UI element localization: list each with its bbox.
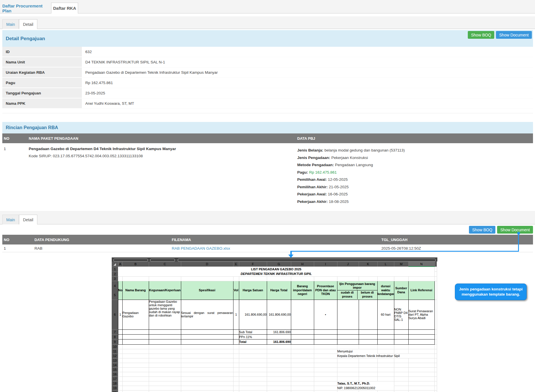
col-nama-paket: NAMA PAKET PENGADAAN bbox=[25, 133, 294, 143]
col-filenama: FILENAMA bbox=[168, 235, 378, 244]
tab-detail-1[interactable]: Detail bbox=[19, 19, 37, 29]
detail-tab-bar-2: Main Detail bbox=[0, 211, 535, 224]
col-data-pendukung: DATA PENDUKUNG bbox=[31, 235, 168, 244]
col-no: NO bbox=[2, 133, 25, 143]
tab-detail-2[interactable]: Detail bbox=[19, 215, 37, 224]
field-value-id: 632 bbox=[82, 47, 533, 57]
tab-detail-1-label: Detail bbox=[23, 22, 33, 27]
sheet-row-empty: 17 bbox=[112, 377, 437, 381]
sheet-column-headers: A B C D E F G H I J K L M N bbox=[112, 261, 437, 267]
kode-sirup: Kode SIRUP: 023.17.05.677554.5742.004.00… bbox=[29, 154, 290, 158]
sheet-subtitle: DEPARTEMEN TEKNIK INFRASTRUKTUR SIPIL bbox=[118, 271, 434, 276]
tab-detail-2-label: Detail bbox=[23, 218, 33, 222]
sheet-row-empty: 16 bbox=[112, 372, 437, 377]
field-value-tanggal: 23-05-2025 bbox=[82, 88, 533, 98]
show-document-button-bottom[interactable]: Show Document bbox=[497, 226, 533, 234]
sheet-row-empty: 20 bbox=[112, 390, 437, 392]
pbj-pekerjaan-awal: Pekerjaan Awal:16-06-2025 bbox=[297, 191, 530, 198]
doc-no: 1 bbox=[2, 244, 31, 252]
tab-daftar-rka-label: Daftar RKA bbox=[53, 6, 76, 11]
table-row: ID632 bbox=[2, 47, 533, 57]
field-value-uraian: Pengadaan Gazebo di Departemen Teknik In… bbox=[82, 67, 533, 77]
annotation-callout: Jenis pengadaan konstruksi tetapi menggu… bbox=[455, 284, 527, 300]
show-boq-button-bottom[interactable]: Show BOQ bbox=[469, 226, 495, 234]
table-row: Tanggal Pengajuan23-05-2025 bbox=[2, 88, 533, 98]
pbj-jenis-belanja: Jenis Belanja:belanja modal gedung dan b… bbox=[297, 147, 530, 154]
data-pbj-cell: Jenis Belanja:belanja modal gedung dan b… bbox=[294, 143, 533, 209]
pbj-pemilihan-awal: Pemilihan Awal:12-05-2025 bbox=[297, 176, 530, 183]
col-data-pbj: DATA PBJ bbox=[294, 133, 533, 143]
pbj-pekerjaan-akhir: Pekerjaan Akhir:18-08-2025 bbox=[297, 198, 530, 205]
sheet-row-menyetujui: 11 Menyetujui bbox=[112, 349, 437, 354]
documents-table: NO DATA PENDUKUNG FILENAMA TGL_UNGGAH 1 … bbox=[2, 235, 533, 252]
sheet-title: LIST PENGADAAN GAZEBO 2025 bbox=[118, 267, 434, 271]
field-label-id: ID bbox=[2, 47, 82, 57]
pbj-pemilihan-akhir: Pemilihan Akhir:21-05-2025 bbox=[297, 183, 530, 191]
pbj-jenis-pengadaan: Jenis Pengadaan:Pekerjaan Konstruksi bbox=[297, 154, 530, 162]
rincian-paket-cell: Pengadaan Gazebo di Departemen D4 Teknik… bbox=[25, 143, 294, 209]
sheet-row-empty: 10 bbox=[112, 344, 437, 349]
sheet-header-row: 45 No Nama Barang Kegunaan/Keperluan Spe… bbox=[112, 281, 437, 300]
tab-main-2-label: Main bbox=[6, 218, 15, 222]
sheet-row-empty: 14 bbox=[112, 363, 437, 367]
detail-pengajuan-panel: Detail Pengajuan Show BOQ Show Document bbox=[2, 30, 533, 47]
show-document-button-top[interactable]: Show Document bbox=[496, 31, 532, 39]
table-row: PaguRp 162.475.861 bbox=[2, 77, 533, 88]
paket-nama: Pengadaan Gazebo di Departemen D4 Teknik… bbox=[29, 147, 290, 151]
show-boq-button-top[interactable]: Show BOQ bbox=[468, 31, 494, 39]
rincian-table: NO NAMA PAKET PENGADAAN DATA PBJ 1 Penga… bbox=[2, 133, 533, 209]
sheet-row-nip: 19 NIP. 198006212005011002 bbox=[112, 386, 437, 390]
sheet-row-jabatan: 12 Kepala Departemen Teknik Infrastruktu… bbox=[112, 354, 437, 358]
spreadsheet-top-strip bbox=[112, 257, 437, 261]
spreadsheet-grid: A B C D E F G H I J K L M N 1 LIST PENGA… bbox=[112, 261, 437, 392]
selected-column-header: N bbox=[408, 261, 434, 267]
detail-pengajuan-title: Detail Pengajuan bbox=[6, 36, 45, 42]
divider bbox=[2, 113, 533, 113]
tab-daftar-procurement-plan[interactable]: Daftar Procurement Plan bbox=[2, 3, 51, 13]
tab-main-2[interactable]: Main bbox=[2, 215, 19, 224]
field-label-tanggal: Tanggal Pengajuan bbox=[2, 88, 82, 98]
detail-pengajuan-table: ID632 Nama UnitD4 TEKNIK INFRASTRUKTUR S… bbox=[2, 47, 533, 109]
rincian-no: 1 bbox=[2, 143, 25, 209]
sheet-formula-bar-ghost-icon bbox=[178, 259, 436, 262]
select-all-corner-icon bbox=[112, 261, 118, 267]
tab-main-1[interactable]: Main bbox=[2, 19, 19, 29]
field-value-ppk: Arwi Yudhi Koswara, ST, MT bbox=[82, 98, 533, 108]
rincian-title: Rincian Pengajuan RBA bbox=[6, 125, 58, 130]
field-label-uraian: Uraian Kegiatan RBA bbox=[2, 67, 82, 77]
table-row: Nama UnitD4 TEKNIK INFRASTRUKTUR SIPIL S… bbox=[2, 57, 533, 67]
file-link[interactable]: RAB PENGADAAN GAZEBO.xlsx bbox=[172, 246, 230, 251]
sheet-row-title: 1 LIST PENGADAAN GAZEBO 2025 bbox=[112, 267, 437, 271]
tab-daftar-rka[interactable]: Daftar RKA bbox=[51, 3, 78, 13]
sheet-row-empty: 3 bbox=[112, 276, 437, 281]
detail-pengajuan-buttons: Show BOQ Show Document bbox=[468, 31, 532, 39]
col-tgl-unggah: TGL_UNGGAH bbox=[378, 235, 533, 244]
sheet-row-empty: 15 bbox=[112, 367, 437, 372]
field-label-ppk: Nama PPK bbox=[2, 98, 82, 108]
sheet-row-empty: 13 bbox=[112, 358, 437, 363]
pdn-marker: • bbox=[314, 300, 337, 329]
table-row: Nama PPKArwi Yudhi Koswara, ST, MT bbox=[2, 98, 533, 108]
sheet-row-nama: 18 Tatas, S.T., M.T., Ph.D. bbox=[112, 381, 437, 386]
table-row: Uraian Kegiatan RBAPengadaan Gazebo di D… bbox=[2, 67, 533, 77]
documents-header-row: NO DATA PENDUKUNG FILENAMA TGL_UNGGAH bbox=[2, 235, 533, 244]
col-doc-no: NO bbox=[2, 235, 31, 244]
rincian-header-row: NO NAMA PAKET PENGADAAN DATA PBJ bbox=[2, 133, 533, 143]
main-tab-bar: Daftar Procurement Plan Daftar RKA bbox=[0, 0, 535, 13]
doc-data-pendukung: RAB bbox=[31, 244, 168, 252]
rincian-panel: Rincian Pengajuan RBA bbox=[2, 122, 533, 133]
detail-tab-bar-1: Main Detail bbox=[0, 16, 535, 29]
documents-buttons: Show BOQ Show Document bbox=[469, 226, 533, 234]
sheet-total-row: 9 Total 161.806.690 bbox=[112, 339, 437, 344]
field-label-pagu: Pagu bbox=[2, 77, 82, 88]
sheet-item-row: 6 1 Pengadaan Gazebo Pengadaan Gazebo un… bbox=[112, 300, 437, 329]
sheet-ppn-row: 8 PPn 11% bbox=[112, 334, 437, 339]
sheet-tab-ghost-icon bbox=[150, 259, 175, 262]
field-value-nama-unit: D4 TEKNIK INFRASTRUKTUR SIPIL SAL N-1 bbox=[82, 57, 533, 67]
sheet-row-subtitle: 2 DEPARTEMEN TEKNIK INFRASTRUKTUR SIPIL bbox=[112, 271, 437, 276]
field-label-nama-unit: Nama Unit bbox=[2, 57, 82, 67]
rincian-data-row: 1 Pengadaan Gazebo di Departemen D4 Tekn… bbox=[2, 143, 533, 209]
field-value-pagu: Rp 162.475.861 bbox=[82, 77, 533, 88]
ijin-header-group: Ijin Penggunaan barang impor sudah di pr… bbox=[337, 281, 377, 300]
annotation-callout-text: Jenis pengadaan konstruksi tetapi menggu… bbox=[459, 287, 522, 296]
